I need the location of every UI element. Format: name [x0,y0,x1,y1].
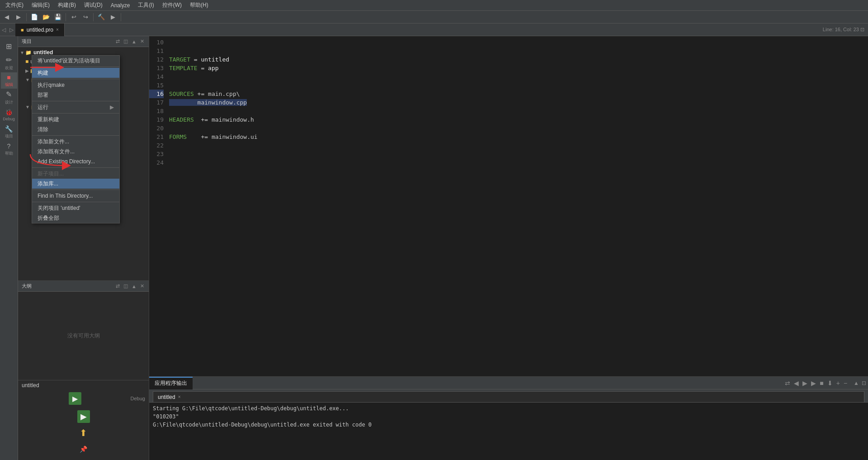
ctx-qmake[interactable]: 执行qmake [32,80,119,90]
ctx-sep-2 [32,79,119,79]
menu-tools[interactable]: 工具(I) [134,0,157,10]
code-content[interactable]: TARGET = untitled TEMPLATE = app SOURCES… [165,36,868,376]
ctx-run-arrow: ▶ [110,104,114,110]
context-menu: 将'untitled'设置为活动项目 构建 执行qmake 部署 运行 ▶ 重新… [32,55,120,223]
tree-label-root: untitled [33,49,53,56]
ctx-collapse-all[interactable]: 折叠全部 [32,213,119,223]
output-btn-minus[interactable]: − [843,379,848,387]
ctx-add-existing-file[interactable]: 添加既有文件... [32,147,119,156]
sidebar-icon-help[interactable]: ? 帮助 [1,141,17,157]
code-icon: ■ [7,74,10,81]
debug-run-btn[interactable]: ▶ [77,410,90,423]
outline-float-btn[interactable]: ▲ [131,284,137,289]
toolbar-build[interactable]: 🔨 [96,12,106,22]
panel-float-btn[interactable]: ▲ [131,39,137,44]
outline-sync-btn[interactable]: ⇄ [115,283,121,289]
output-btn-save[interactable]: ⬇ [826,379,834,387]
panel-close-btn[interactable]: ✕ [139,38,145,44]
ctx-clean[interactable]: 清除 [32,124,119,134]
tree-arrow-root: ▼ [20,50,24,55]
sidebar-icon-debug[interactable]: 🐞 Debug [1,107,17,123]
toolbar-new[interactable]: 📄 [29,12,39,22]
toolbar-undo[interactable]: ↩ [69,12,79,22]
ctx-close-project[interactable]: 关闭项目 'untitled' [32,203,119,213]
toolbar-sep-1 [26,13,27,21]
output-btn-next[interactable]: ▶ [802,379,808,387]
toolbar-save[interactable]: 💾 [53,12,63,22]
output-btn-stop[interactable]: ■ [819,379,824,387]
sidebar-icons: ⊞ ✏ 欢迎 ■ 编辑 ✎ 设计 🐞 Debug 🔧 项目 ? 帮助 [0,36,18,460]
output-tabs: 应用程序输出 ⇄ ◀ ▶ ▶ ■ ⬇ + − ▲ ⊡ [149,377,868,389]
panel-sync-btn[interactable]: ⇄ [115,38,121,44]
ctx-add-existing-dir[interactable]: Add Existing Directory... [32,156,119,166]
ctx-sep-5 [32,135,119,136]
debug-mode-label: Debug [131,396,145,401]
sidebar-icon-design[interactable]: ✎ 设计 [1,90,17,106]
menu-file[interactable]: 文件(E) [2,0,27,10]
sidebar-label-design: 设计 [5,100,13,105]
output-line-1: Starting G:\File\qtcode\untitled-Debug\d… [153,404,864,413]
ctx-deploy[interactable]: 部署 [32,90,119,100]
ctx-add-lib[interactable]: 添加库... [32,179,119,189]
ctx-sep-1 [32,66,119,67]
toolbar-sep-2 [66,13,66,21]
subtab-close[interactable]: × [178,394,181,399]
tree-icon-pro: ■ [25,58,28,65]
editor-status: Line: 16, Col: 23 ⊡ [823,27,868,33]
toolbar-btn-1[interactable]: ◀ [2,12,12,22]
menu-edit[interactable]: 编辑(E) [28,0,53,10]
outline-close-btn[interactable]: ✕ [139,283,145,289]
menu-debug[interactable]: 调试(D) [80,0,106,10]
output-active-subtab[interactable]: untitled × [153,391,864,402]
tab-nav-right[interactable]: ▷ [8,27,15,33]
code-editor[interactable]: 10 11 12 13 14 15 16 17 18 19 20 21 22 2… [149,36,868,376]
tab-nav-left[interactable]: ◁ [0,27,8,33]
output-btn-prev[interactable]: ◀ [793,379,800,387]
toolbar-sep-3 [93,13,94,21]
menu-controls[interactable]: 控件(W) [159,0,185,10]
file-tab-close[interactable]: × [56,27,59,32]
debug-arrow-btn[interactable]: ⬆ [77,427,90,439]
toolbar-btn-2[interactable]: ▶ [14,12,24,22]
debug-project-label: untitled [22,382,145,389]
menu-build[interactable]: 构建(B) [54,0,80,10]
menu-help[interactable]: 帮助(H) [186,0,212,10]
ctx-set-active[interactable]: 将'untitled'设置为活动项目 [32,56,119,66]
ctx-add-new-file[interactable]: 添加新文件... [32,137,119,147]
menubar: 文件(E) 编辑(E) 构建(B) 调试(D) Analyze 工具(I) 控件… [0,0,868,11]
ctx-run[interactable]: 运行 ▶ [32,102,119,112]
file-tab-untitled[interactable]: ■ untitled.pro × [15,24,65,36]
output-btn-run[interactable]: ▶ [810,379,817,387]
output-tab-label[interactable]: 应用程序输出 [149,377,193,389]
output-btn-plus[interactable]: + [835,379,841,387]
toolbar-redo[interactable]: ↪ [80,12,90,22]
sidebar-label-edit: 欢迎 [5,65,13,71]
output-btn-sync[interactable]: ⇄ [784,379,791,387]
ctx-find-in-dir[interactable]: Find in This Directory... [32,191,119,201]
outline-collapse-btn[interactable]: ◫ [123,283,129,289]
edit-icon: ✏ [6,56,12,64]
sidebar-icon-edit[interactable]: ✏ 欢迎 [1,55,17,71]
file-tab-label: untitled.pro [27,27,53,33]
debug-run-green-btn[interactable]: ▶ [69,392,81,405]
toolbar-open[interactable]: 📂 [41,12,51,22]
file-tab-icon: ■ [21,27,24,33]
tree-arrow-forms: ▼ [25,104,30,109]
debug-pin-btn[interactable]: 📌 [77,443,90,455]
bottom-left-debug: untitled ▶ Debug ▶ ⬆ 📌 [18,380,149,460]
project-icon: 🔧 [5,125,13,133]
sidebar-icon-welcome[interactable]: ⊞ [1,38,17,54]
output-content: Starting G:\File\qtcode\untitled-Debug\d… [149,403,868,460]
menu-analyze[interactable]: Analyze [107,1,134,9]
panel-collapse-btn[interactable]: ◫ [123,38,129,44]
sidebar-icon-project[interactable]: 🔧 项目 [1,124,17,140]
output-subtab-bar: untitled × [149,389,868,403]
ctx-rebuild[interactable]: 重新构建 [32,114,119,124]
ctx-build[interactable]: 构建 [32,68,119,78]
outline-panel-header: 大纲 ⇄ ◫ ▲ ✕ [18,281,149,292]
output-float-btn[interactable]: ⊡ [862,380,866,386]
ctx-sep-7 [32,190,119,190]
toolbar-run[interactable]: ▶ [108,12,118,22]
output-collapse-btn[interactable]: ▲ [854,380,859,386]
sidebar-icon-code[interactable]: ■ 编辑 [1,72,17,89]
